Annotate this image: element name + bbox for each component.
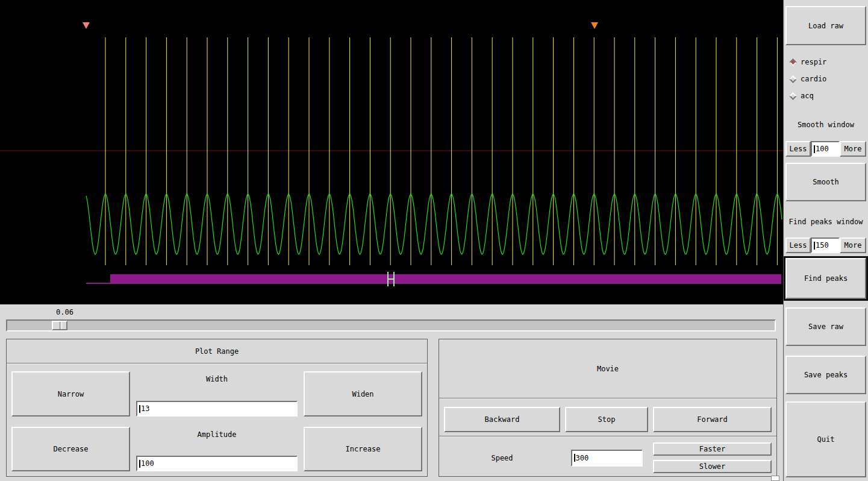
sidebar: Load raw respir cardio acq Smooth window… [783,0,868,481]
smooth-more-button[interactable]: More [840,141,866,157]
time-scrollbar-handle[interactable] [52,321,67,330]
speed-row: Speed 300 Faster Slower [439,442,776,473]
width-entry-value: 13 [141,404,149,413]
width-entry[interactable]: 13 [136,401,298,417]
smooth-window-label: Smooth window [784,121,868,129]
width-cell: Width 13 [136,371,298,417]
find-peaks-window-entry[interactable]: 150 [811,237,840,253]
text-cursor [814,242,815,250]
slower-button[interactable]: Slower [653,460,772,473]
quit-button[interactable]: Quit [785,401,866,477]
separator [439,398,776,399]
smooth-window-value: 100 [816,145,829,153]
save-peaks-button[interactable]: Save peaks [785,356,866,394]
speed-entry[interactable]: 300 [571,450,643,467]
start-marker-icon [83,22,90,29]
selection-bar [110,274,781,284]
peaks-more-button[interactable]: More [840,237,866,253]
amplitude-entry-value: 100 [141,459,154,468]
separator [439,436,776,437]
save-raw-button[interactable]: Save raw [785,307,866,346]
find-peaks-window-label: Find peaks window [784,218,868,226]
radio-respir-label: respir [801,58,826,66]
faster-button[interactable]: Faster [653,442,772,456]
find-peaks-button[interactable]: Find peaks [785,258,866,299]
movie-title: Movie [439,339,776,398]
load-raw-button[interactable]: Load raw [785,6,866,45]
backward-button[interactable]: Backward [444,407,560,432]
radio-respir[interactable]: respir [790,54,866,71]
smooth-button[interactable]: Smooth [785,163,866,201]
find-peaks-window-value: 150 [816,241,829,250]
radio-indicator-icon [789,58,797,66]
radio-cardio[interactable]: cardio [790,71,866,87]
signal-plot[interactable] [0,0,783,304]
stop-button[interactable]: Stop [565,407,648,432]
smooth-window-entry[interactable]: 100 [811,141,840,157]
speed-entry-cell: 300 [565,442,648,473]
left-column: 0.06 Plot Range Narrow Width 13 [0,0,783,481]
smooth-less-button[interactable]: Less [785,141,811,157]
speed-label: Speed [444,442,560,473]
narrow-button[interactable]: Narrow [11,371,130,417]
resize-grip[interactable] [771,476,779,481]
text-cursor [574,454,575,462]
position-cursor [388,272,394,286]
peaks-less-button[interactable]: Less [785,237,811,253]
radio-indicator-icon [789,75,797,83]
find-peaks-window-row: Less 150 More [785,237,866,253]
width-label: Width [136,375,298,383]
signal-plot-canvas [0,0,783,304]
speed-entry-value: 300 [576,454,589,462]
decrease-button[interactable]: Decrease [11,427,130,471]
movie-panel: Movie Backward Stop Forward Speed 300 [439,339,777,477]
app-window: 0.06 Plot Range Narrow Width 13 [0,0,868,481]
text-cursor [139,460,140,468]
time-scrollbar-trough[interactable] [6,319,776,332]
end-marker-icon [591,22,598,29]
increase-button[interactable]: Increase [304,427,422,471]
width-row: Narrow Width 13 Widen [7,371,427,417]
signal-wave [86,194,782,254]
amplitude-label: Amplitude [136,430,298,439]
smooth-window-row: Less 100 More [785,141,866,157]
radio-acq[interactable]: acq [790,87,866,104]
radio-indicator-icon [789,92,797,100]
radio-acq-label: acq [801,92,814,100]
amplitude-entry[interactable]: 100 [136,456,298,471]
plot-range-panel: Plot Range Narrow Width 13 Widen Decreas… [6,339,428,477]
text-cursor [814,145,815,153]
signal-radio-group: respir cardio acq [785,54,866,104]
radio-cardio-label: cardio [801,75,826,83]
control-area: 0.06 Plot Range Narrow Width 13 [0,304,783,481]
amplitude-row: Decrease Amplitude 100 Increase [7,427,427,471]
widen-button[interactable]: Widen [304,371,422,417]
speed-buttons: Faster Slower [653,442,772,473]
plot-range-title: Plot Range [7,339,427,363]
scale-value-label: 0.06 [56,308,73,316]
forward-button[interactable]: Forward [653,407,772,432]
text-cursor [139,405,140,413]
amplitude-cell: Amplitude 100 [136,427,298,471]
separator [7,363,427,364]
movie-buttons-row: Backward Stop Forward [439,407,776,432]
peak-lines [105,37,777,265]
